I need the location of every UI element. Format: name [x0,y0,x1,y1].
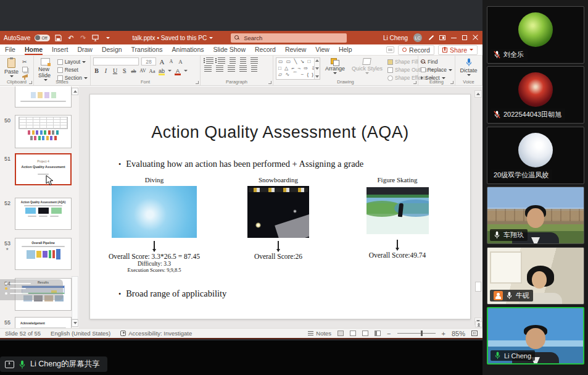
tab-slide-show[interactable]: Slide Show [213,44,246,55]
thumbnail-slide-49[interactable] [15,86,72,107]
account-name[interactable]: Li Cheng [383,35,408,41]
layout-button[interactable]: Layout [57,59,88,65]
bullets-icon[interactable] [206,57,213,64]
quick-styles-button[interactable]: Quick Styles [350,57,384,75]
tab-design[interactable]: Design [102,44,122,55]
numbering-icon[interactable] [218,57,225,64]
zoom-slider[interactable] [397,333,436,334]
tab-home[interactable]: Home [25,44,43,55]
share-button[interactable]: Share [438,45,478,55]
clear-formatting-icon[interactable]: A [177,59,184,65]
slide-sorter-view-button[interactable] [350,331,356,336]
zoom-knob[interactable] [421,331,423,336]
participant-tile-che-xiangjiu[interactable]: 车翔玖 [487,187,584,244]
scroll-up-button[interactable] [474,90,482,98]
search-input[interactable] [242,34,317,42]
floating-meeting-widget[interactable] [0,279,63,300]
search-box[interactable] [231,33,347,43]
fit-to-window-icon[interactable] [471,331,478,336]
thumbnails-scroll-track[interactable] [72,276,78,319]
thumbnail-slide-50[interactable] [15,115,72,148]
accessibility-status[interactable]: Accessibility: Investigate [120,330,192,337]
copy-icon[interactable] [22,67,28,72]
slideshow-view-button[interactable] [375,331,381,336]
zoom-level[interactable]: 85% [452,330,465,337]
increase-indent-icon[interactable] [240,57,246,64]
clipboard-dialog-launcher[interactable] [29,81,32,84]
autosave-toggle[interactable]: Off [35,35,50,41]
gallery-scroll[interactable] [314,58,320,79]
thumbnails-scroll-down[interactable] [72,319,78,327]
tab-animations[interactable]: Animations [172,44,204,55]
highlight-color-icon[interactable]: ab [158,68,165,74]
grow-font-icon[interactable]: A [159,58,165,65]
account-avatar[interactable]: LC [413,33,422,42]
align-center-icon[interactable] [216,65,223,72]
paste-button[interactable]: Paste [2,57,20,80]
replace-button[interactable]: Replace [421,67,452,73]
cut-icon[interactable]: ✂ [22,59,28,65]
editing-dialog-launcher[interactable] [450,81,453,84]
thumbnail-slide-53[interactable]: Overall Pipeline [15,238,72,270]
paragraph-dialog-launcher[interactable] [268,81,271,84]
drawing-dialog-launcher[interactable] [413,81,416,84]
reading-view-button[interactable] [362,331,368,336]
screen-share-banner[interactable]: Li Cheng的屏幕共享 [0,356,107,372]
bold-button[interactable]: B [93,67,100,74]
start-presentation-icon[interactable] [91,34,99,42]
shadow-button[interactable]: S [121,67,128,74]
arrange-button[interactable]: Arrange [323,57,347,75]
quick-access-chevron-icon[interactable] [104,34,112,42]
participant-tile-liu-quanle[interactable]: 刘全乐 [487,6,584,64]
zoom-in-button[interactable]: + [442,330,445,337]
underline-button[interactable]: U [112,67,118,74]
participant-tile-tian-zhaoxu[interactable]: 2022544043田朝旭 [487,66,584,124]
char-spacing-button[interactable]: AV [139,68,146,74]
document-title[interactable]: talk.pptx • Saved to this PC [132,35,213,41]
record-button[interactable]: Record [398,45,434,55]
comments-icon[interactable] [386,46,394,53]
align-right-icon[interactable] [228,65,235,72]
scroll-thumb[interactable] [475,282,481,292]
tab-review[interactable]: Review [285,44,306,55]
columns-icon[interactable] [251,65,257,72]
previous-slide-button[interactable] [475,321,482,327]
zoom-out-button[interactable]: − [387,330,391,337]
italic-button[interactable]: I [102,67,109,74]
font-size-box[interactable]: 28 [141,57,156,65]
canvas-scrollbar[interactable] [474,90,482,329]
decrease-indent-icon[interactable] [230,57,236,64]
align-left-icon[interactable] [204,65,212,72]
thumbnail-slide-55[interactable]: Acknowledgement [15,317,72,329]
tab-help[interactable]: Help [339,44,352,55]
font-dialog-launcher[interactable] [196,81,199,84]
thumbnail-slide-51-selected[interactable]: Project 4 Action Quality Assessment [15,153,72,185]
find-button[interactable]: Find [421,59,452,65]
restore-button[interactable] [462,35,467,40]
tab-record[interactable]: Record [255,44,276,55]
tab-view[interactable]: View [315,44,329,55]
font-name-box[interactable] [93,57,139,65]
undo-icon[interactable]: ↶ [67,34,75,42]
line-spacing-icon[interactable] [251,57,258,64]
participant-tile-li-cheng-active[interactable]: Li Cheng [487,307,584,364]
tab-insert[interactable]: Insert [52,44,68,55]
minimize-button[interactable] [451,35,457,41]
close-button[interactable] [473,35,479,41]
language-status[interactable]: English (United States) [51,330,110,337]
dictate-button[interactable]: Dictate [458,57,479,77]
font-color-icon[interactable]: A [174,68,181,74]
participant-tile-niu-yan[interactable]: 牛砚 [487,247,584,305]
thumbnails-scroll-up[interactable] [72,88,78,95]
justify-icon[interactable] [239,65,247,72]
reset-button[interactable]: Reset [57,67,88,73]
tab-draw[interactable]: Draw [77,44,93,55]
change-case-button[interactable]: Aa [149,68,155,74]
participant-tile-wen-fengjiao[interactable]: 20级双学位温凤姣 [487,127,584,184]
strikethrough-button[interactable]: ab [130,68,137,74]
thumbnail-slide-52[interactable]: Action Quality Assessment (AQA) [15,198,72,230]
tab-file[interactable]: File [5,44,15,55]
shapes-gallery[interactable]: ▭ ▭ ╲ ↘ □ ○ □ △ ⌐ ¬ ⇨ ⇩ ▱ ∿ ⌒ ~ { } [276,57,320,80]
current-slide[interactable]: Action Quality Assessment (AQA) Evaluati… [89,94,471,319]
new-slide-button[interactable]: New Slide [36,57,55,82]
